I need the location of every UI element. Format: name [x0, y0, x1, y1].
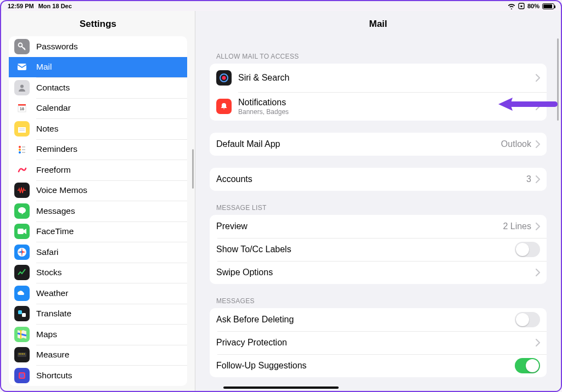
svg-point-2	[19, 43, 23, 47]
sidebar-item-label: Contacts	[36, 83, 70, 93]
row-swipe-options[interactable]: Swipe Options	[210, 261, 547, 284]
maps-icon	[14, 327, 30, 342]
sidebar-item-shortcuts[interactable]: Shortcuts	[9, 365, 187, 386]
row-ask-before-deleting[interactable]: Ask Before Deleting	[210, 308, 547, 331]
safari-icon	[14, 245, 30, 260]
msg-icon	[14, 203, 30, 219]
sidebar-item-reminders[interactable]: Reminders	[9, 139, 187, 160]
battery-percent: 80%	[527, 3, 539, 9]
section-header-message-list: Message List	[210, 191, 547, 215]
stocks-icon	[14, 265, 30, 280]
person-icon	[14, 80, 30, 95]
row-preview[interactable]: Preview 2 Lines	[210, 215, 547, 238]
chevron-right-icon	[536, 140, 540, 148]
row-notifications[interactable]: Notifications Banners, Badges	[210, 92, 547, 121]
svg-rect-29	[20, 373, 24, 378]
sidebar-item-label: FaceTime	[36, 226, 74, 236]
svg-rect-23	[18, 353, 26, 357]
battery-icon	[542, 3, 554, 9]
sidebar-item-voice-memos[interactable]: Voice Memos	[9, 180, 187, 201]
sidebar-item-label: Shortcuts	[36, 371, 72, 380]
mail-icon	[14, 59, 30, 75]
sidebar-item-messages[interactable]: Messages	[9, 201, 187, 221]
svg-rect-3	[18, 64, 26, 70]
sidebar-list[interactable]: PasswordsMailContacts18CalendarNotesRemi…	[1, 36, 195, 391]
row-followup[interactable]: Follow-Up Suggestions	[210, 354, 547, 377]
ask-delete-label: Ask Before Deleting	[216, 315, 515, 325]
svg-point-14	[19, 151, 21, 154]
key-icon	[14, 39, 30, 54]
chevron-right-icon	[536, 74, 540, 82]
weather-icon	[14, 286, 30, 301]
row-privacy-protection[interactable]: Privacy Protection	[210, 331, 547, 354]
default-mail-value: Outlook	[501, 139, 531, 149]
sidebar-item-label: Notes	[36, 124, 59, 134]
detail-scrollbar[interactable]	[557, 38, 559, 121]
dots-icon	[14, 141, 30, 157]
siri-label: Siri & Search	[238, 73, 536, 83]
sidebar-item-facetime[interactable]: FaceTime	[9, 221, 187, 242]
notifications-subtitle: Banners, Badges	[238, 108, 536, 116]
tocc-toggle[interactable]	[515, 242, 540, 257]
shortcut-icon	[14, 368, 30, 383]
sidebar-item-passwords[interactable]: Passwords	[9, 36, 187, 57]
detail-title: Mail	[195, 11, 561, 36]
svg-rect-9	[18, 125, 26, 127]
row-default-mail-app[interactable]: Default Mail App Outlook	[210, 133, 547, 156]
accounts-value: 3	[526, 174, 531, 184]
svg-rect-18	[18, 229, 24, 234]
sidebar-item-freeform[interactable]: Freeform	[9, 160, 187, 180]
chevron-right-icon	[536, 175, 540, 183]
chevron-right-icon	[536, 269, 540, 276]
svg-point-13	[19, 149, 21, 151]
ask-delete-toggle[interactable]	[515, 312, 540, 327]
sidebar-item-label: Measure	[36, 350, 69, 360]
svg-rect-1	[520, 5, 522, 7]
detail-pane: Mail Allow Mail to Access Siri & Search	[195, 11, 561, 391]
notes-icon	[14, 121, 30, 137]
privacy-label: Privacy Protection	[216, 338, 536, 348]
svg-rect-21	[18, 310, 22, 314]
svg-point-31	[222, 76, 226, 80]
status-date: Mon 18 Dec	[38, 3, 72, 9]
sidebar-item-label: Voice Memos	[36, 185, 87, 195]
section-header-access: Allow Mail to Access	[210, 36, 547, 64]
sidebar-item-mail[interactable]: Mail	[9, 57, 187, 78]
sidebar-item-weather[interactable]: Weather	[9, 283, 187, 304]
chevron-right-icon	[536, 223, 540, 230]
sidebar-item-notes[interactable]: Notes	[9, 118, 187, 139]
svg-text:18: 18	[20, 107, 24, 111]
row-accounts[interactable]: Accounts 3	[210, 168, 547, 191]
row-siri-search[interactable]: Siri & Search	[210, 64, 547, 92]
trans-icon	[14, 306, 30, 321]
sidebar-item-stocks[interactable]: Stocks	[9, 263, 187, 283]
status-bar: 12:59 PM Mon 18 Dec 80%	[1, 1, 561, 11]
sidebar-item-label: Safari	[36, 247, 59, 257]
orientation-lock-icon	[518, 3, 525, 9]
svg-point-4	[20, 84, 24, 88]
sidebar-item-label: Calendar	[36, 103, 71, 113]
sidebar-item-maps[interactable]: Maps	[9, 324, 187, 345]
cal-icon: 18	[14, 100, 30, 116]
wifi-icon	[508, 3, 515, 9]
sidebar-scrollbar[interactable]	[192, 149, 194, 189]
swipe-label: Swipe Options	[216, 268, 536, 277]
sidebar-item-translate[interactable]: Translate	[9, 304, 187, 325]
sidebar-item-label: Passwords	[36, 42, 78, 52]
followup-toggle[interactable]	[515, 358, 540, 373]
section-header-threading: Threading	[210, 377, 547, 391]
accounts-label: Accounts	[216, 174, 526, 184]
sidebar-item-safari[interactable]: Safari	[9, 242, 187, 263]
row-show-tocc[interactable]: Show To/Cc Labels	[210, 238, 547, 261]
home-indicator	[223, 387, 339, 389]
wave-icon	[14, 183, 30, 198]
sidebar-item-calendar[interactable]: 18Calendar	[9, 98, 187, 119]
sidebar-item-label: Translate	[36, 309, 71, 319]
sidebar-item-measure[interactable]: Measure	[9, 345, 187, 366]
sidebar-item-contacts[interactable]: Contacts	[9, 77, 187, 98]
measure-icon	[14, 347, 30, 362]
tocc-label: Show To/Cc Labels	[216, 245, 515, 254]
notifications-icon	[216, 99, 232, 114]
sidebar-title: Settings	[1, 11, 195, 36]
sidebar-item-label: Freeform	[36, 165, 71, 175]
